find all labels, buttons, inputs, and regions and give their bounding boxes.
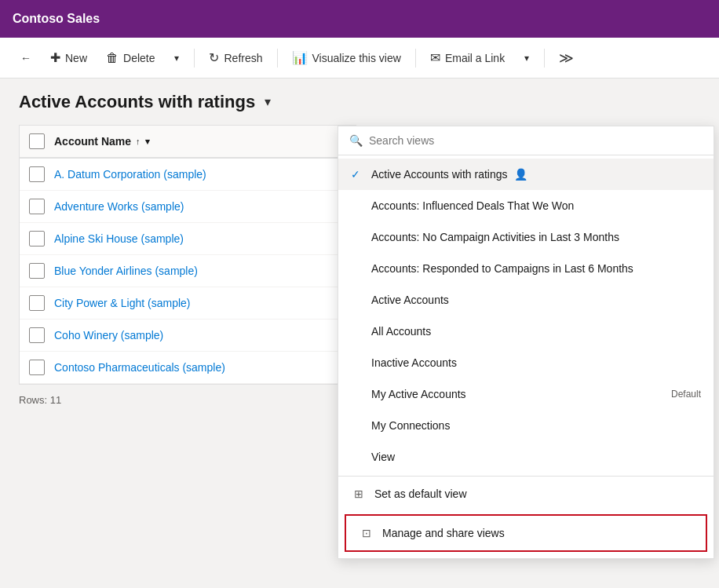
more-icon: ≫ xyxy=(559,49,574,67)
view-list-item[interactable]: Accounts: No Campaign Activities in Last… xyxy=(338,221,714,253)
back-icon: ← xyxy=(20,52,31,64)
table-row: Alpine Ski House (sample) xyxy=(20,223,356,255)
email-button[interactable]: ✉ Email a Link xyxy=(422,46,513,70)
default-badge: Default xyxy=(671,389,701,400)
divider-2 xyxy=(277,49,278,68)
row-checkbox[interactable] xyxy=(29,166,45,182)
row-account-link[interactable]: A. Datum Corporation (sample) xyxy=(54,168,206,181)
table-row: Contoso Pharmaceuticals (sample) xyxy=(20,352,356,384)
row-account-link[interactable]: Blue Yonder Airlines (sample) xyxy=(54,265,198,277)
table-row: Coho Winery (sample) xyxy=(20,320,356,352)
toolbar: ← ✚ New 🗑 Delete ▾ ↻ Refresh 📊 Visualize… xyxy=(0,38,719,79)
email-label: Email a Link xyxy=(445,52,505,64)
table-row: Blue Yonder Airlines (sample) xyxy=(20,255,356,287)
manage-views-label: Manage and share views xyxy=(382,527,505,539)
view-list-item[interactable]: Accounts: Responded to Campaigns in Last… xyxy=(338,253,714,284)
row-checkbox[interactable] xyxy=(29,360,45,375)
refresh-label: Refresh xyxy=(224,52,262,64)
view-list-item[interactable]: Inactive Accounts xyxy=(338,347,714,378)
set-default-item[interactable]: ⊞ Set as default view xyxy=(338,477,714,511)
default-view-icon: ⊞ xyxy=(351,486,367,502)
manage-views-item[interactable]: ⊡ Manage and share views xyxy=(345,514,707,552)
back-button[interactable]: ← xyxy=(13,47,39,69)
plus-icon: ✚ xyxy=(50,50,60,65)
data-table: Account Name ↑ ▾ A. Datum Corporation (s… xyxy=(19,125,356,385)
row-account-link[interactable]: Coho Winery (sample) xyxy=(54,329,163,341)
search-box: 🔍 xyxy=(338,126,714,155)
view-item-label: Accounts: Influenced Deals That We Won xyxy=(371,199,574,212)
search-input[interactable] xyxy=(369,134,703,147)
table-row: City Power & Light (sample) xyxy=(20,287,356,320)
view-item-label: My Active Accounts xyxy=(371,388,466,400)
new-button[interactable]: ✚ New xyxy=(42,46,95,70)
top-bar: Contoso Sales xyxy=(0,0,719,38)
select-all-checkbox[interactable] xyxy=(29,133,45,149)
refresh-button[interactable]: ↻ Refresh xyxy=(201,46,270,70)
column-name-label: Account Name xyxy=(54,135,131,148)
delete-chevron[interactable]: ▾ xyxy=(166,46,188,71)
row-account-link[interactable]: Contoso Pharmaceuticals (sample) xyxy=(54,361,225,374)
view-list-item[interactable]: My Connections xyxy=(338,410,714,441)
view-list-item[interactable]: Accounts: Influenced Deals That We Won xyxy=(338,190,714,221)
view-header: Active Accounts with ratings ▾ xyxy=(19,91,700,112)
view-item-label: My Connections xyxy=(371,419,450,432)
view-list-item[interactable]: All Accounts xyxy=(338,316,714,347)
visualize-label: Visualize this view xyxy=(312,52,401,64)
row-checkbox[interactable] xyxy=(29,199,45,214)
view-item-label: All Accounts xyxy=(371,325,431,338)
person-icon: 👤 xyxy=(514,168,527,181)
app-title: Contoso Sales xyxy=(13,12,100,26)
table-row: A. Datum Corporation (sample) xyxy=(20,159,356,191)
chart-icon: 📊 xyxy=(292,50,308,65)
email-icon: ✉ xyxy=(430,50,440,65)
row-checkbox[interactable] xyxy=(29,231,45,247)
account-name-header: Account Name ↑ ▾ xyxy=(54,135,150,148)
email-chevron[interactable]: ▾ xyxy=(516,46,538,71)
main-content: Active Accounts with ratings ▾ Account N… xyxy=(0,79,719,418)
manage-views-icon: ⊡ xyxy=(359,525,374,541)
view-list-item[interactable]: Active Accounts xyxy=(338,284,714,316)
delete-icon: 🗑 xyxy=(106,51,119,65)
refresh-icon: ↻ xyxy=(209,50,219,65)
sort-dropdown-icon[interactable]: ▾ xyxy=(145,137,150,147)
view-item-label: Inactive Accounts xyxy=(371,356,457,369)
delete-label: Delete xyxy=(123,52,155,64)
search-icon: 🔍 xyxy=(349,134,363,147)
view-item-label: View xyxy=(371,451,395,463)
row-account-link[interactable]: Alpine Ski House (sample) xyxy=(54,232,184,245)
visualize-button[interactable]: 📊 Visualize this view xyxy=(284,46,409,70)
view-item-label: Active Accounts xyxy=(371,294,449,306)
view-item-label: Accounts: No Campaign Activities in Last… xyxy=(371,231,619,243)
table-row: Adventure Works (sample) xyxy=(20,191,356,223)
table-header: Account Name ↑ ▾ xyxy=(20,126,356,159)
view-list-item[interactable]: ✓ Active Accounts with ratings 👤 xyxy=(338,159,714,190)
view-list-item[interactable]: My Active Accounts Default xyxy=(338,378,714,410)
views-list: ✓ Active Accounts with ratings 👤 Account… xyxy=(338,155,714,476)
row-checkbox[interactable] xyxy=(29,295,45,311)
divider-1 xyxy=(194,49,195,68)
row-checkbox[interactable] xyxy=(29,263,45,279)
divider-3 xyxy=(415,49,416,68)
view-list-item[interactable]: View xyxy=(338,441,714,473)
divider-4 xyxy=(544,49,545,68)
row-account-link[interactable]: Adventure Works (sample) xyxy=(54,200,184,213)
row-checkbox[interactable] xyxy=(29,327,45,343)
view-dropdown-button[interactable]: ▾ xyxy=(261,91,274,112)
more-button[interactable]: ≫ xyxy=(551,45,582,71)
delete-button[interactable]: 🗑 Delete xyxy=(98,46,162,70)
view-title: Active Accounts with ratings xyxy=(19,92,255,112)
set-default-label: Set as default view xyxy=(374,488,467,500)
sort-asc-icon[interactable]: ↑ xyxy=(136,137,141,146)
dropdown-footer: ⊞ Set as default view ⊡ Manage and share… xyxy=(338,476,714,552)
row-account-link[interactable]: City Power & Light (sample) xyxy=(54,297,191,309)
active-check-icon: ✓ xyxy=(351,168,363,181)
view-item-label: Active Accounts with ratings xyxy=(371,168,508,181)
new-label: New xyxy=(65,52,87,64)
table-body: A. Datum Corporation (sample) Adventure … xyxy=(20,159,356,384)
view-item-label: Accounts: Responded to Campaigns in Last… xyxy=(371,262,633,275)
views-dropdown: 🔍 ✓ Active Accounts with ratings 👤 Accou… xyxy=(338,126,714,559)
